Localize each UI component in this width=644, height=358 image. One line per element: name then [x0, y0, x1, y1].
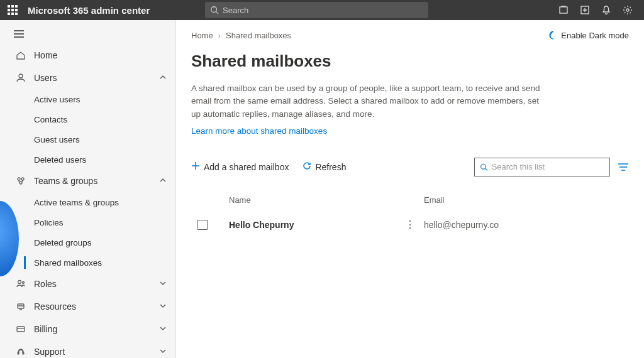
- settings-icon[interactable]: [623, 5, 633, 15]
- sidebar-item-label: Support: [34, 347, 159, 357]
- users-icon: [14, 73, 28, 83]
- list-search-input[interactable]: [492, 162, 604, 171]
- sidebar-item-label: Billing: [34, 324, 159, 334]
- sidebar-item-label: Home: [34, 50, 167, 60]
- svg-line-1: [216, 12, 219, 14]
- sidebar-item-home[interactable]: Home: [0, 44, 175, 67]
- notifications-icon[interactable]: [601, 5, 611, 15]
- sidebar-sub-active-teams[interactable]: Active teams & groups: [0, 192, 175, 212]
- col-header-email[interactable]: Email: [424, 195, 629, 205]
- sidebar-item-label: Teams & groups: [34, 176, 159, 186]
- billing-icon: [14, 324, 28, 334]
- refresh-icon: [303, 161, 311, 172]
- svg-point-5: [19, 74, 23, 78]
- header-icon-2[interactable]: [580, 5, 590, 15]
- row-name: Hello Chepurny: [229, 220, 405, 230]
- sidebar-sub-policies[interactable]: Policies: [0, 212, 175, 232]
- support-icon: [14, 347, 28, 357]
- top-bar: Microsoft 365 admin center: [0, 0, 644, 20]
- dark-mode-toggle[interactable]: Enable Dark mode: [547, 30, 629, 40]
- svg-point-4: [626, 9, 629, 11]
- moon-icon: [547, 30, 557, 40]
- header-icon-1[interactable]: [558, 5, 569, 15]
- home-icon: [14, 50, 28, 60]
- add-mailbox-label: Add a shared mailbox: [204, 162, 289, 172]
- breadcrumb-current: Shared mailboxes: [226, 31, 291, 40]
- row-more-icon[interactable]: ⋮: [405, 219, 415, 230]
- search-icon: [210, 6, 219, 14]
- plus-icon: [191, 161, 200, 172]
- roles-icon: [14, 279, 28, 289]
- main-content: Home › Shared mailboxes Enable Dark mode…: [176, 20, 644, 358]
- sidebar-item-resources[interactable]: Resources: [0, 295, 175, 318]
- add-mailbox-button[interactable]: Add a shared mailbox: [191, 161, 289, 172]
- sidebar-item-users[interactable]: Users: [0, 67, 175, 89]
- svg-point-15: [481, 164, 486, 169]
- breadcrumb: Home › Shared mailboxes: [191, 31, 291, 40]
- chevron-up-icon: [159, 176, 167, 186]
- chevron-down-icon: [159, 347, 167, 357]
- svg-point-9: [18, 281, 21, 284]
- chevron-down-icon: [159, 324, 167, 334]
- sidebar: Home Users Active users Contacts Guest u…: [0, 20, 176, 358]
- row-email: hello@chepurny.co: [424, 220, 629, 230]
- sidebar-sub-deleted-users[interactable]: Deleted users: [0, 149, 175, 170]
- filter-icon: [618, 163, 629, 171]
- table-header: Name Email: [191, 195, 629, 211]
- dark-mode-label: Enable Dark mode: [561, 31, 629, 40]
- sidebar-sub-shared-mailboxes[interactable]: Shared mailboxes: [0, 252, 175, 273]
- sidebar-sub-guest-users[interactable]: Guest users: [0, 129, 175, 149]
- mailbox-table: Name Email Hello Chepurny ⋮ hello@chepur…: [191, 195, 629, 239]
- sidebar-item-billing[interactable]: Billing: [0, 318, 175, 340]
- sidebar-sub-active-users[interactable]: Active users: [0, 89, 175, 109]
- filter-button[interactable]: [618, 163, 629, 171]
- sidebar-item-label: Users: [34, 73, 159, 83]
- sidebar-item-teams[interactable]: Teams & groups: [0, 170, 175, 192]
- svg-point-6: [18, 178, 20, 180]
- chevron-up-icon: [159, 73, 167, 83]
- sidebar-sub-deleted-groups[interactable]: Deleted groups: [0, 232, 175, 252]
- refresh-label: Refresh: [315, 162, 346, 172]
- svg-line-16: [486, 168, 487, 170]
- global-search[interactable]: [205, 2, 428, 18]
- app-launcher-icon[interactable]: [0, 5, 25, 15]
- row-checkbox[interactable]: [197, 220, 208, 230]
- svg-point-0: [211, 7, 217, 13]
- app-title: Microsoft 365 admin center: [28, 5, 150, 16]
- breadcrumb-separator: ›: [218, 31, 221, 40]
- table-row[interactable]: Hello Chepurny ⋮ hello@chepurny.co: [191, 211, 629, 239]
- page-description: A shared mailbox can be used by a group …: [191, 82, 550, 121]
- svg-point-7: [21, 178, 24, 180]
- sidebar-item-label: Roles: [34, 279, 159, 289]
- hamburger-menu[interactable]: [0, 26, 175, 44]
- global-search-input[interactable]: [223, 6, 423, 15]
- search-icon: [480, 163, 488, 171]
- col-header-name[interactable]: Name: [229, 195, 405, 205]
- page-title: Shared mailboxes: [191, 52, 629, 71]
- breadcrumb-home[interactable]: Home: [191, 31, 213, 40]
- sidebar-item-support[interactable]: Support: [0, 340, 175, 358]
- sidebar-item-label: Resources: [34, 301, 159, 312]
- svg-rect-12: [17, 327, 25, 332]
- chevron-down-icon: [159, 301, 167, 312]
- resources-icon: [14, 301, 28, 312]
- sidebar-item-roles[interactable]: Roles: [0, 273, 175, 295]
- teams-icon: [14, 176, 28, 186]
- svg-point-10: [23, 282, 25, 284]
- chevron-down-icon: [159, 279, 167, 289]
- learn-more-link[interactable]: Learn more about shared mailboxes: [191, 126, 327, 136]
- refresh-button[interactable]: Refresh: [303, 161, 346, 172]
- list-search[interactable]: [474, 158, 610, 176]
- sidebar-sub-contacts[interactable]: Contacts: [0, 109, 175, 129]
- svg-rect-2: [560, 7, 567, 13]
